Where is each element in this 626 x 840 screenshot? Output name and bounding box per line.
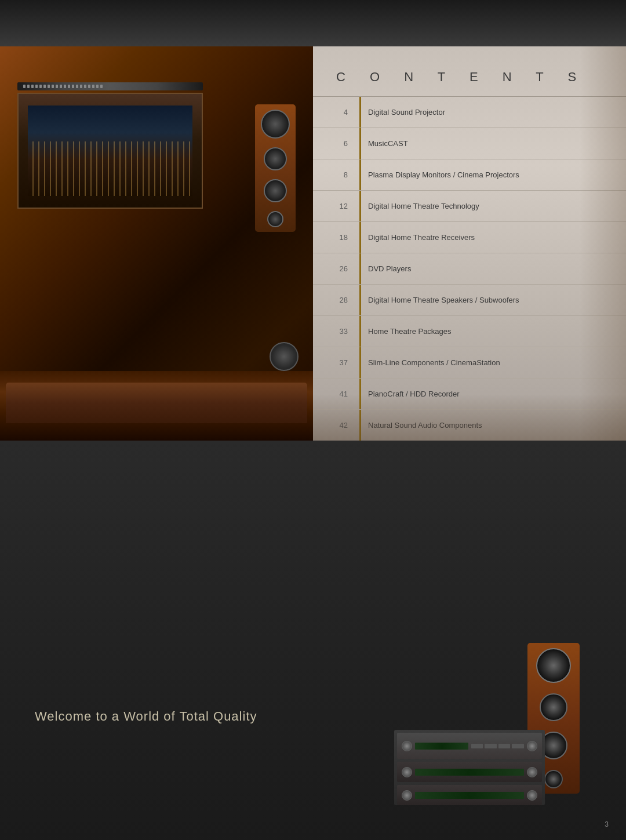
top-bar — [0, 0, 626, 46]
speaker-dot — [52, 85, 54, 88]
main-section: C O N T E N T S 4Digital Sound Projector… — [0, 46, 626, 441]
av-buttons — [471, 744, 525, 748]
item-label: Digital Home Theatre Receivers — [356, 233, 626, 242]
item-label: Slim-Line Components / CinemaStation — [356, 358, 626, 367]
speaker-dot — [35, 85, 38, 88]
speaker-dot — [64, 85, 66, 88]
item-label: Digital Sound Projector — [356, 108, 626, 117]
item-page-number: 37 — [313, 358, 356, 367]
contents-item: 28Digital Home Theatre Speakers / Subwoo… — [313, 285, 626, 316]
speaker-dot — [84, 85, 86, 88]
product-tweeter — [544, 770, 563, 788]
item-label: MusicCAST — [356, 139, 626, 148]
sofa-back — [6, 383, 307, 423]
speaker-dot — [68, 85, 70, 88]
av-receiver — [397, 733, 542, 759]
projection-screen — [17, 93, 203, 209]
woofer-medium — [264, 147, 287, 170]
welcome-text: Welcome to a World of Total Quality — [35, 709, 257, 724]
speaker-dot — [88, 85, 90, 88]
page-number-bottom: 3 — [605, 820, 609, 828]
subwoofer — [270, 342, 299, 371]
speaker-dot — [43, 85, 46, 88]
av-component-3 — [397, 785, 542, 805]
contents-item: 26DVD Players — [313, 253, 626, 285]
av-btn-3 — [498, 744, 511, 748]
av-knob-2 — [527, 741, 537, 751]
sofa-area — [0, 371, 313, 441]
tower-speaker-right — [255, 104, 296, 232]
speaker-dot — [92, 85, 94, 88]
speaker-dot — [48, 85, 50, 88]
av-display-3 — [415, 792, 524, 799]
contents-item: 18Digital Home Theatre Receivers — [313, 222, 626, 253]
av-knob-1 — [402, 741, 412, 751]
contents-list: 4Digital Sound Projector6MusicCAST8Plasm… — [313, 97, 626, 441]
item-label: Natural Sound Audio Components — [356, 421, 626, 430]
speaker-dot — [39, 85, 42, 88]
contents-item: 42Natural Sound Audio Components — [313, 410, 626, 441]
item-page-number: 28 — [313, 296, 356, 304]
speaker-dot — [100, 85, 103, 88]
item-label: Digital Home Theatre Technology — [356, 202, 626, 210]
item-label: PianoCraft / HDD Recorder — [356, 390, 626, 398]
item-page-number: 6 — [313, 139, 356, 148]
contents-item: 41PianoCraft / HDD Recorder — [313, 379, 626, 410]
product-woofer-medium — [540, 693, 567, 721]
speaker-dot — [31, 85, 34, 88]
item-page-number: 42 — [313, 421, 356, 430]
contents-item: 4Digital Sound Projector — [313, 97, 626, 128]
speaker-dot — [23, 85, 26, 88]
speaker-dot — [80, 85, 82, 88]
av-knob-5 — [402, 790, 412, 801]
item-page-number: 12 — [313, 202, 356, 210]
product-woofer-large — [536, 648, 571, 683]
item-label: Plasma Display Monitors / Cinema Project… — [356, 170, 626, 179]
item-page-number: 33 — [313, 327, 356, 336]
speaker-dot — [72, 85, 74, 88]
av-knob-3 — [402, 767, 412, 777]
woofer-medium-2 — [264, 179, 287, 202]
item-page-number: 4 — [313, 108, 356, 117]
item-label: DVD Players — [356, 264, 626, 273]
room-background — [0, 46, 313, 441]
item-page-number: 26 — [313, 264, 356, 273]
speaker-dot — [60, 85, 62, 88]
av-knob-4 — [527, 767, 537, 777]
contents-title: C O N T E N T S — [313, 46, 626, 97]
av-display — [415, 743, 468, 750]
product-image-area — [394, 643, 580, 805]
speaker-dot — [76, 85, 78, 88]
av-component-2 — [397, 762, 542, 782]
contents-area: C O N T E N T S 4Digital Sound Projector… — [313, 46, 626, 441]
item-label: Digital Home Theatre Speakers / Subwoofe… — [356, 296, 626, 304]
contents-item: 37Slim-Line Components / CinemaStation — [313, 347, 626, 379]
av-display-2 — [415, 769, 524, 776]
city-image — [28, 106, 192, 197]
speaker-dot — [56, 85, 58, 88]
av-components — [394, 730, 545, 805]
av-knob-6 — [527, 790, 537, 801]
screen-content — [19, 94, 202, 208]
tweeter-small — [267, 211, 283, 227]
speaker-dot — [27, 85, 30, 88]
av-btn-2 — [485, 744, 497, 748]
contents-item: 12Digital Home Theatre Technology — [313, 191, 626, 222]
contents-item: 33Home Theatre Packages — [313, 316, 626, 347]
item-page-number: 18 — [313, 233, 356, 242]
woofer-large — [261, 110, 290, 139]
speaker-dot — [96, 85, 99, 88]
item-page-number: 8 — [313, 170, 356, 179]
bottom-section: Welcome to a World of Total Quality — [0, 441, 626, 840]
hero-photo — [0, 46, 313, 441]
speaker-bar-dots — [17, 82, 203, 90]
item-label: Home Theatre Packages — [356, 327, 626, 336]
item-page-number: 41 — [313, 390, 356, 398]
contents-item: 8Plasma Display Monitors / Cinema Projec… — [313, 159, 626, 191]
av-btn-4 — [512, 744, 524, 748]
speaker-bar — [17, 82, 203, 90]
av-btn-1 — [471, 744, 483, 748]
contents-item: 6MusicCAST — [313, 128, 626, 159]
